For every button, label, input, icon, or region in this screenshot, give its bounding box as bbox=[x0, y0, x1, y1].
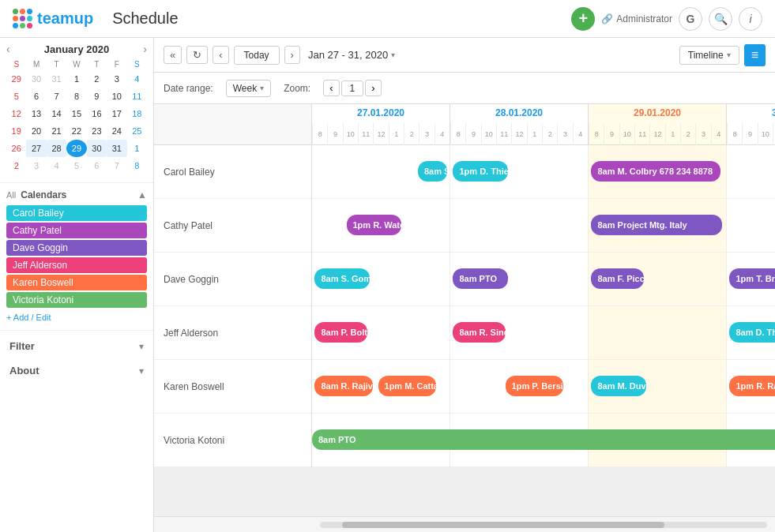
hour-4: 4 bbox=[435, 123, 450, 145]
mini-cal-day[interactable]: 1 bbox=[66, 70, 86, 88]
mini-cal-next[interactable]: › bbox=[143, 43, 147, 55]
mini-cal-day[interactable]: 25 bbox=[127, 122, 147, 140]
mini-cal-day[interactable]: 12 bbox=[6, 105, 26, 122]
event[interactable]: 8am R. Singh bbox=[453, 322, 505, 343]
nav-back-button[interactable]: ‹ bbox=[213, 46, 228, 64]
event[interactable]: 1pm R. Rajiv I bbox=[729, 376, 775, 396]
mini-cal-day[interactable]: 3 bbox=[26, 157, 46, 174]
mini-cal-day[interactable]: 3 bbox=[107, 70, 126, 88]
event[interactable]: 8am M. Duval bbox=[591, 376, 646, 396]
event[interactable]: 1pm P. Bersie bbox=[506, 376, 563, 396]
calendar-item[interactable]: Carol Bailey bbox=[6, 205, 147, 221]
mini-cal-day[interactable]: 11 bbox=[127, 88, 147, 105]
mini-cal-day[interactable]: 28 bbox=[47, 140, 66, 157]
mini-cal-day[interactable]: 29 bbox=[6, 70, 26, 88]
refresh-button[interactable]: ↻ bbox=[186, 46, 208, 64]
mini-cal-day[interactable]: 13 bbox=[26, 105, 46, 122]
event[interactable]: 8am Project Mtg. Italy bbox=[591, 215, 721, 235]
event[interactable]: 8am P. Bolton bbox=[314, 322, 367, 343]
search-button[interactable]: 🔍 bbox=[709, 7, 732, 31]
mini-cal-day[interactable]: 30 bbox=[87, 140, 107, 157]
toolbar-date-range[interactable]: Jan 27 - 31, 2020 ▾ bbox=[308, 49, 395, 61]
filter-section[interactable]: Filter ▾ bbox=[0, 334, 153, 358]
mini-cal-day[interactable]: 4 bbox=[47, 157, 66, 174]
date-range-select[interactable]: Week ▾ bbox=[226, 80, 271, 97]
nav-back-back-button[interactable]: « bbox=[164, 46, 182, 64]
mini-cal-day[interactable]: 21 bbox=[47, 122, 66, 140]
info-button[interactable]: i bbox=[739, 7, 762, 31]
add-button[interactable]: + bbox=[571, 7, 595, 31]
mini-cal-day[interactable]: 16 bbox=[87, 105, 107, 122]
calendar-item[interactable]: Jeff Alderson bbox=[6, 257, 147, 273]
calendars-all-label[interactable]: All bbox=[6, 190, 16, 200]
mini-cal-day[interactable]: 27 bbox=[26, 140, 46, 157]
mini-cal-day[interactable]: 22 bbox=[66, 122, 86, 140]
scrollbar-track[interactable] bbox=[320, 522, 767, 528]
calendar-item[interactable]: Dave Goggin bbox=[6, 240, 147, 256]
mini-cal-day[interactable]: 14 bbox=[47, 105, 66, 122]
day-header-t: T bbox=[47, 58, 66, 70]
mini-cal-day[interactable]: 19 bbox=[6, 122, 26, 140]
mini-cal-day[interactable]: 15 bbox=[66, 105, 86, 122]
mini-cal-day[interactable]: 4 bbox=[127, 70, 147, 88]
calendar-item[interactable]: Victoria Kotoni bbox=[6, 292, 147, 308]
mini-cal-day[interactable]: 31 bbox=[107, 140, 126, 157]
calendar-item[interactable]: Karen Boswell bbox=[6, 275, 147, 290]
mini-cal-day[interactable]: 24 bbox=[107, 122, 126, 140]
mini-cal-day[interactable]: 18 bbox=[127, 105, 147, 122]
mini-cal-day[interactable]: 7 bbox=[107, 157, 126, 174]
about-section[interactable]: About ▾ bbox=[0, 358, 153, 383]
mini-cal-day[interactable]: 29 bbox=[66, 140, 86, 157]
mini-cal-day[interactable]: 26 bbox=[6, 140, 26, 157]
mini-cal-day[interactable]: 2 bbox=[87, 70, 107, 88]
mini-cal-prev[interactable]: ‹ bbox=[6, 43, 10, 55]
person-row-victoria: 8am PTO bbox=[312, 414, 775, 467]
event[interactable]: 8am F. Piccar bbox=[591, 268, 643, 289]
mini-cal-day[interactable]: 10 bbox=[107, 88, 126, 105]
event[interactable]: 8am M. Colbry 678 234 8878 bbox=[591, 161, 720, 182]
mini-cal-day[interactable]: 6 bbox=[87, 157, 107, 174]
mini-cal-day[interactable]: 7 bbox=[47, 88, 66, 105]
mini-cal-day[interactable]: 30 bbox=[26, 70, 46, 88]
zoom-forward-button[interactable]: › bbox=[365, 80, 381, 96]
event[interactable]: 1pm T. Brando bbox=[729, 268, 775, 289]
nav-forward-button[interactable]: › bbox=[284, 46, 300, 64]
event[interactable]: 1pm D. Thiem bbox=[453, 161, 508, 182]
event[interactable]: 8am S. Gome bbox=[314, 268, 370, 289]
menu-button[interactable]: ≡ bbox=[744, 44, 766, 66]
mini-cal-day[interactable]: 5 bbox=[66, 157, 86, 174]
today-button[interactable]: Today bbox=[234, 46, 280, 65]
mini-cal-day[interactable]: 5 bbox=[6, 88, 26, 105]
view-selector[interactable]: Timeline ▾ bbox=[679, 46, 739, 65]
calendars-section: All Calendars ▲ Carol BaileyCathy PatelD… bbox=[0, 186, 153, 327]
mini-cal-day[interactable]: 9 bbox=[87, 88, 107, 105]
mini-cal-day[interactable]: 1 bbox=[127, 140, 147, 157]
mini-cal-day[interactable]: 17 bbox=[107, 105, 126, 122]
day-cell: 8am P. Bolton bbox=[312, 306, 450, 359]
mini-cal-day[interactable]: 23 bbox=[87, 122, 107, 140]
event-pto[interactable]: 8am PTO bbox=[312, 429, 775, 450]
event[interactable]: 8am R. Rajiv I bbox=[314, 376, 372, 396]
filter-chevron: ▾ bbox=[139, 341, 144, 352]
mini-cal-day[interactable]: 2 bbox=[6, 157, 26, 174]
date-group-30: 30.01.2020 8 9 10 11 12 1 2 3 4 bbox=[727, 104, 775, 144]
mini-cal-day[interactable]: 8 bbox=[66, 88, 86, 105]
scrollbar-thumb[interactable] bbox=[342, 522, 664, 528]
mini-cal-day[interactable]: 8 bbox=[127, 157, 147, 174]
mini-cal-day[interactable]: 31 bbox=[47, 70, 66, 88]
event[interactable]: 8am D. Thiem bbox=[729, 322, 775, 343]
event[interactable]: 1pm R. Waten bbox=[347, 215, 402, 235]
event[interactable]: 1pm M. Catta bbox=[378, 376, 436, 396]
calendars-collapse-icon[interactable]: ▲ bbox=[137, 189, 147, 200]
event[interactable]: 8am PTO bbox=[453, 268, 508, 289]
day-cell bbox=[727, 199, 775, 252]
zoom-back-button[interactable]: ‹ bbox=[323, 80, 339, 96]
mini-cal-day[interactable]: 6 bbox=[26, 88, 46, 105]
admin-link[interactable]: 🔗 Administrator bbox=[601, 13, 672, 24]
event[interactable]: 8am S. Halep bbox=[418, 161, 447, 182]
mini-cal-day[interactable]: 20 bbox=[26, 122, 46, 140]
google-button[interactable]: G bbox=[679, 7, 702, 31]
calendar-item[interactable]: Cathy Patel bbox=[6, 223, 147, 238]
add-edit-link[interactable]: + Add / Edit bbox=[6, 311, 147, 324]
date-group-28: 28.01.2020 8 9 10 11 12 1 2 3 4 bbox=[450, 104, 589, 144]
